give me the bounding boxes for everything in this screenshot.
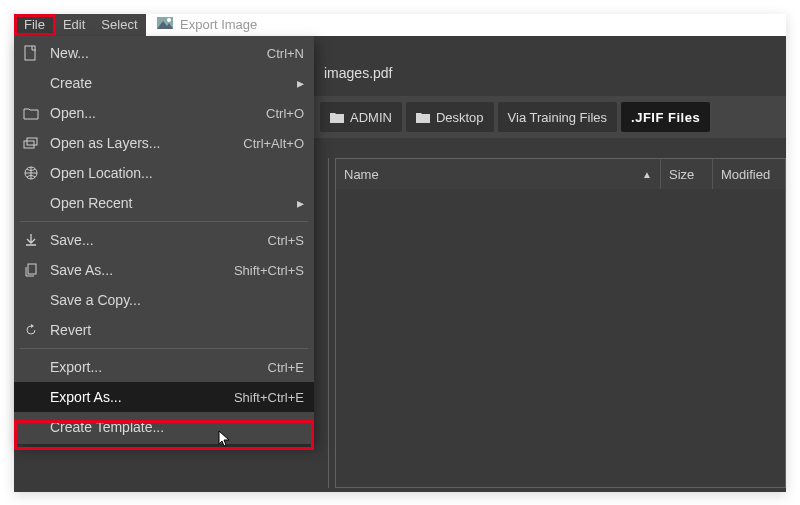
menu-label: Export As... — [50, 389, 226, 405]
menubar: File Edit Select — [14, 14, 146, 36]
window-frame: File Edit Select Export Image images.pdf… — [0, 0, 800, 505]
column-modified[interactable]: Modified — [713, 159, 785, 189]
column-label: Size — [669, 167, 694, 182]
menu-label: Create Template... — [50, 419, 304, 435]
menu-accel: Shift+Ctrl+E — [234, 390, 304, 405]
filename-field[interactable]: images.pdf — [314, 65, 392, 81]
svg-point-2 — [167, 18, 171, 22]
menu-item-open-layers[interactable]: Open as Layers... Ctrl+Alt+O — [14, 128, 314, 158]
revert-icon — [20, 321, 42, 339]
column-name[interactable]: Name ▲ — [336, 159, 661, 189]
menu-item-open-recent[interactable]: Open Recent ▸ — [14, 188, 314, 218]
svg-rect-3 — [25, 46, 35, 60]
panel-divider — [328, 158, 331, 488]
breadcrumb-label: .JFIF Files — [631, 110, 700, 125]
new-file-icon — [20, 44, 42, 62]
menu-item-save-as[interactable]: Save As... Shift+Ctrl+S — [14, 255, 314, 285]
menu-item-create-template[interactable]: Create Template... — [14, 412, 314, 442]
menu-label: Revert — [50, 322, 304, 338]
menu-item-open-location[interactable]: Open Location... — [14, 158, 314, 188]
dialog-pathbar: ADMIN Desktop Via Training Files .JFIF F… — [314, 96, 786, 138]
folder-icon — [330, 111, 344, 123]
blank-icon — [20, 194, 42, 212]
submenu-arrow-icon: ▸ — [292, 75, 304, 91]
menu-label: Save... — [50, 232, 260, 248]
open-folder-icon — [20, 104, 42, 122]
breadcrumb-label: Via Training Files — [508, 110, 607, 125]
blank-icon — [20, 358, 42, 376]
breadcrumb-desktop[interactable]: Desktop — [406, 102, 494, 132]
menu-label: Open... — [50, 105, 258, 121]
breadcrumb-jfif[interactable]: .JFIF Files — [621, 102, 710, 132]
menu-label: Open as Layers... — [50, 135, 235, 151]
menu-item-save-copy[interactable]: Save a Copy... — [14, 285, 314, 315]
sort-asc-icon: ▲ — [642, 169, 652, 180]
breadcrumb-admin[interactable]: ADMIN — [320, 102, 402, 132]
breadcrumb-label: Desktop — [436, 110, 484, 125]
menu-item-new[interactable]: New... Ctrl+N — [14, 38, 314, 68]
menu-separator — [20, 348, 308, 349]
svg-rect-7 — [28, 264, 36, 274]
file-dropdown-menu: New... Ctrl+N Create ▸ Open... Ctrl+O Op… — [14, 36, 314, 444]
export-image-icon — [157, 15, 173, 31]
menu-label: Open Location... — [50, 165, 304, 181]
column-label: Modified — [721, 167, 770, 182]
save-icon — [20, 231, 42, 249]
menu-item-create[interactable]: Create ▸ — [14, 68, 314, 98]
menu-edit[interactable]: Edit — [55, 14, 93, 36]
menu-accel: Ctrl+N — [267, 46, 304, 61]
menu-separator — [20, 221, 308, 222]
menu-select[interactable]: Select — [93, 14, 145, 36]
menu-accel: Shift+Ctrl+S — [234, 263, 304, 278]
menu-label: Open Recent — [50, 195, 284, 211]
blank-icon — [20, 418, 42, 436]
blank-icon — [20, 291, 42, 309]
menu-accel: Ctrl+O — [266, 106, 304, 121]
column-size[interactable]: Size — [661, 159, 713, 189]
folder-icon — [416, 111, 430, 123]
column-label: Name — [344, 167, 379, 182]
breadcrumb-via-training[interactable]: Via Training Files — [498, 102, 617, 132]
menu-label: Create — [50, 75, 284, 91]
window-title: Export Image — [180, 17, 257, 32]
layers-icon — [20, 134, 42, 152]
menu-label: Save As... — [50, 262, 226, 278]
dialog-filename-row: images.pdf — [314, 56, 786, 90]
menu-item-revert[interactable]: Revert — [14, 315, 314, 345]
submenu-arrow-icon: ▸ — [292, 195, 304, 211]
menu-accel: Ctrl+E — [268, 360, 304, 375]
menu-accel: Ctrl+S — [268, 233, 304, 248]
globe-icon — [20, 164, 42, 182]
menu-item-open[interactable]: Open... Ctrl+O — [14, 98, 314, 128]
menu-item-export[interactable]: Export... Ctrl+E — [14, 352, 314, 382]
save-as-icon — [20, 261, 42, 279]
menu-file[interactable]: File — [14, 14, 55, 36]
breadcrumb-label: ADMIN — [350, 110, 392, 125]
menu-item-export-as[interactable]: Export As... Shift+Ctrl+E — [14, 382, 314, 412]
menu-label: Save a Copy... — [50, 292, 304, 308]
file-list-header: Name ▲ Size Modified — [336, 159, 785, 189]
menu-item-save[interactable]: Save... Ctrl+S — [14, 225, 314, 255]
blank-icon — [20, 388, 42, 406]
blank-icon — [20, 74, 42, 92]
file-list[interactable]: Name ▲ Size Modified — [335, 158, 786, 488]
menu-label: Export... — [50, 359, 260, 375]
menu-accel: Ctrl+Alt+O — [243, 136, 304, 151]
menu-label: New... — [50, 45, 259, 61]
